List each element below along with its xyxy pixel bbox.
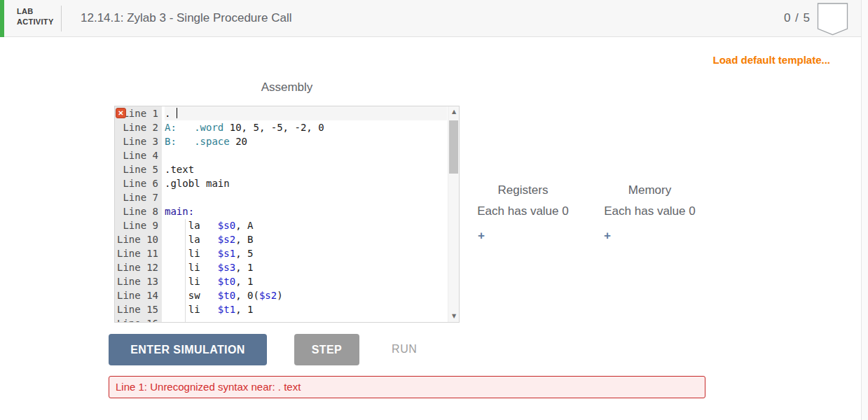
- code-line[interactable]: sw $t0, 0($s2): [165, 288, 447, 302]
- gutter-line-label: Line 7: [123, 192, 158, 203]
- gutter-line: Line 13: [115, 274, 162, 288]
- code-token-plain: , 0(: [235, 290, 259, 301]
- code-line[interactable]: .: [165, 106, 447, 120]
- code-line[interactable]: li $s3, 1: [165, 260, 447, 274]
- code-token-reg: $t0: [218, 276, 235, 287]
- gutter-line-label: Line 12: [117, 262, 158, 273]
- registers-title: Registers: [462, 183, 584, 197]
- code-line[interactable]: .text: [165, 162, 447, 176]
- code-line[interactable]: main:: [165, 204, 447, 218]
- gutter-line: Line 6: [115, 176, 162, 190]
- run-button[interactable]: RUN: [392, 343, 417, 356]
- gutter-line: Line 2: [115, 120, 162, 134]
- gutter-line: Line 12: [115, 260, 162, 274]
- gutter-line-label: Line 3: [123, 136, 158, 147]
- code-token-plain: ): [277, 290, 282, 301]
- editor-gutter: ✕Line 1Line 2Line 3Line 4Line 5Line 6Lin…: [115, 106, 162, 322]
- code-line[interactable]: A: .word 10, 5, -5, -2, 0: [165, 120, 447, 134]
- gutter-line: ✕Line 1: [115, 106, 162, 120]
- code-line[interactable]: la $s2, B: [165, 232, 447, 246]
- gutter-line: Line 3: [115, 134, 162, 148]
- score-label: 0 / 5: [784, 11, 811, 25]
- code-token-plain: , 1: [235, 262, 253, 273]
- code-token-plain: 20: [230, 136, 247, 147]
- code-line[interactable]: .globl main: [165, 176, 447, 190]
- error-icon: ✕: [116, 108, 126, 118]
- gutter-line-label: Line 10: [117, 234, 158, 245]
- editor-scrollbar[interactable]: ▲ ▼: [448, 106, 459, 322]
- assembly-panel-title: Assembly: [114, 80, 460, 94]
- gutter-line-label: Line 4: [123, 150, 158, 161]
- scrollbar-thumb[interactable]: [449, 120, 458, 174]
- code-token-reg: $s1: [218, 248, 235, 259]
- code-token-reg: $t1: [218, 304, 235, 315]
- enter-simulation-button[interactable]: ENTER SIMULATION: [109, 334, 267, 365]
- code-token-plain: , B: [235, 234, 253, 245]
- gutter-line: Line 5: [115, 162, 162, 176]
- gutter-line-label: Line 1: [123, 108, 158, 119]
- add-memory-button[interactable]: +: [602, 230, 613, 241]
- code-token-plain: [177, 122, 194, 133]
- memory-subtitle: Each has value 0: [588, 204, 711, 218]
- code-line[interactable]: li $s1, 5: [165, 246, 447, 260]
- code-line[interactable]: li $t1, 1: [165, 302, 447, 316]
- code-token-label: A:: [165, 122, 177, 133]
- code-line[interactable]: [165, 316, 447, 323]
- gutter-line-label: Line 16: [117, 318, 158, 323]
- assembly-code-editor[interactable]: ✕Line 1Line 2Line 3Line 4Line 5Line 6Lin…: [114, 106, 460, 323]
- gutter-line: Line 4: [115, 148, 162, 162]
- step-button[interactable]: STEP: [294, 334, 359, 365]
- code-line[interactable]: la $s0, A: [165, 218, 447, 232]
- code-token-plain: [177, 136, 194, 147]
- gutter-line-label: Line 8: [123, 206, 158, 217]
- code-token-reg: $s2: [218, 234, 235, 245]
- code-token-reg: $t0: [218, 290, 235, 301]
- code-token-dir: .space: [194, 136, 230, 147]
- code-token-plain: , 1: [235, 276, 253, 287]
- gutter-line-label: Line 13: [117, 276, 158, 287]
- activity-type-line2: ACTIVITY: [17, 17, 54, 27]
- code-token-plain: li: [165, 276, 218, 287]
- code-line[interactable]: li $t0, 1: [165, 274, 447, 288]
- activity-accent-bar: [0, 0, 4, 37]
- gutter-line-label: Line 2: [123, 122, 158, 133]
- code-token-plain: li: [165, 304, 218, 315]
- code-token-reg: $s3: [218, 262, 235, 273]
- code-token-plain: sw: [165, 290, 218, 301]
- error-message-box: Line 1: Unrecognized syntax near: . text: [109, 376, 705, 398]
- browser-scrollbar[interactable]: [861, 0, 868, 420]
- activity-type-line1: LAB: [17, 6, 54, 17]
- code-token-plain: .globl main: [165, 178, 230, 189]
- gutter-line-label: Line 6: [123, 178, 158, 189]
- gutter-line: Line 14: [115, 288, 162, 302]
- gutter-line: Line 16: [115, 316, 162, 323]
- header-divider: [61, 6, 62, 31]
- add-register-button[interactable]: +: [476, 230, 487, 241]
- gutter-line: Line 15: [115, 302, 162, 316]
- code-token-plain: 10, 5, -5, -2, 0: [223, 122, 324, 133]
- load-default-template-link[interactable]: Load default template...: [712, 54, 830, 66]
- code-token-plain: , 1: [235, 304, 253, 315]
- gutter-line: Line 9: [115, 218, 162, 232]
- code-token-plain: .text: [165, 164, 194, 175]
- code-token-plain: li: [165, 248, 218, 259]
- gutter-line: Line 10: [115, 232, 162, 246]
- bookmark-icon: [817, 3, 849, 36]
- editor-content[interactable]: . A: .word 10, 5, -5, -2, 0B: .space 20.…: [165, 106, 447, 322]
- gutter-line-label: Line 11: [117, 248, 158, 259]
- page-title: 12.14.1: Zylab 3 - Single Procedure Call: [81, 11, 291, 25]
- code-token-dir: .word: [194, 122, 223, 133]
- code-line[interactable]: [165, 148, 447, 162]
- text-cursor: [177, 108, 178, 118]
- code-line[interactable]: B: .space 20: [165, 134, 447, 148]
- code-token-reg: $s2: [259, 290, 277, 301]
- code-token-label: B:: [165, 136, 177, 147]
- activity-type-label: LAB ACTIVITY: [17, 6, 54, 27]
- scroll-down-arrow-icon[interactable]: ▼: [448, 311, 460, 322]
- scroll-up-arrow-icon[interactable]: ▲: [448, 106, 460, 118]
- header-bar: LAB ACTIVITY 12.14.1: Zylab 3 - Single P…: [0, 0, 868, 37]
- code-line[interactable]: [165, 190, 447, 204]
- code-token-plain: li: [165, 262, 218, 273]
- code-token-plain: .: [165, 108, 177, 119]
- gutter-line: Line 11: [115, 246, 162, 260]
